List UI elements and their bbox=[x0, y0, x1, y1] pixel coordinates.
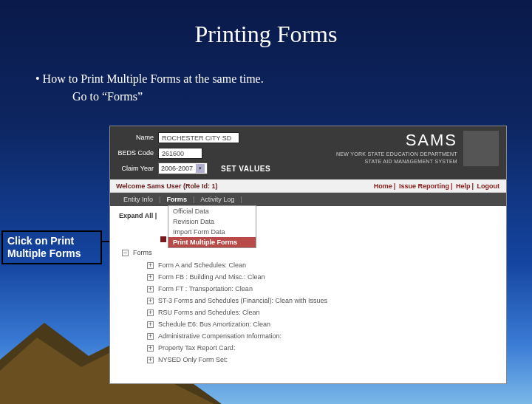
plus-icon[interactable]: + bbox=[147, 345, 154, 352]
set-values-button[interactable]: SET VALUES bbox=[221, 165, 270, 173]
list-item-label: Administrative Compensation Information: bbox=[158, 332, 282, 340]
list-item[interactable]: +Form FT : Transportation: Clean bbox=[147, 283, 499, 295]
forms-root-label: −Forms bbox=[122, 249, 499, 256]
header-fields: Name ROCHESTER CITY SD BEDS Code 261600 … bbox=[110, 126, 280, 179]
list-item[interactable]: +Schedule E6: Bus Amortization: Clean bbox=[147, 318, 499, 330]
list-item-label: Form FT : Transportation: Clean bbox=[158, 285, 253, 292]
slide-title: Printing Forms bbox=[0, 0, 532, 48]
menu-revision-data[interactable]: Revision Data bbox=[168, 216, 256, 227]
link-logout[interactable]: Logout bbox=[477, 182, 500, 190]
list-item-label: Form FB : Building And Misc.: Clean bbox=[158, 273, 265, 281]
menu-print-multiple-forms[interactable]: Print Multiple Forms bbox=[168, 237, 256, 247]
beds-label: BEDS Code bbox=[117, 149, 158, 157]
list-item[interactable]: +NYSED Only Form Set: bbox=[147, 354, 499, 366]
welcome-links: Home| Issue Reporting| Help| Logout bbox=[373, 182, 500, 190]
bullet-block: • How to Print Multiple Forms at the sam… bbox=[35, 70, 532, 106]
highlight-marker bbox=[160, 236, 166, 242]
list-item-label: Property Tax Report Card: bbox=[158, 344, 235, 352]
tab-activity-log[interactable]: Activity Log bbox=[194, 196, 240, 203]
name-label: Name bbox=[117, 134, 158, 141]
brand-title: SAMS bbox=[284, 131, 457, 150]
brand-image bbox=[463, 131, 499, 166]
list-item-label: Form A and Schedules: Clean bbox=[158, 261, 246, 269]
list-item-label: Schedule E6: Bus Amortization: Clean bbox=[158, 321, 270, 328]
plus-icon[interactable]: + bbox=[147, 309, 154, 316]
forms-dropdown: Official Data Revision Data Import Form … bbox=[168, 205, 256, 248]
list-item-label: ST-3 Forms and Schedules (Financial): Cl… bbox=[158, 297, 327, 304]
tabs-bar: Entity Info | Forms | Activity Log | bbox=[110, 193, 506, 206]
list-item[interactable]: +Administrative Compensation Information… bbox=[147, 330, 499, 342]
plus-icon[interactable]: + bbox=[147, 333, 154, 340]
welcome-bar: Welcome Sams User (Role Id: 1) Home| Iss… bbox=[110, 179, 506, 193]
plus-icon[interactable]: + bbox=[147, 298, 154, 304]
link-home[interactable]: Home bbox=[374, 182, 392, 190]
callout-box: Click on Print Multiple Forms bbox=[1, 230, 102, 264]
year-label: Claim Year bbox=[117, 165, 158, 172]
tab-entity-info[interactable]: Entity Info bbox=[117, 196, 159, 203]
brand-sub2: STATE AID MANAGEMENT SYSTEM bbox=[284, 159, 457, 165]
list-item[interactable]: +Property Tax Report Card: bbox=[147, 342, 499, 354]
name-input[interactable]: ROCHESTER CITY SD bbox=[158, 132, 239, 143]
plus-icon[interactable]: + bbox=[147, 321, 154, 328]
link-issue[interactable]: Issue Reporting bbox=[399, 182, 449, 190]
app-header: Name ROCHESTER CITY SD BEDS Code 261600 … bbox=[110, 126, 506, 179]
list-item[interactable]: +Form A and Schedules: Clean bbox=[147, 259, 499, 271]
menu-official-data[interactable]: Official Data bbox=[168, 206, 256, 216]
menu-import-form-data[interactable]: Import Form Data bbox=[168, 227, 256, 237]
link-help[interactable]: Help bbox=[456, 182, 471, 190]
list-item[interactable]: +ST-3 Forms and Schedules (Financial): C… bbox=[147, 295, 499, 307]
beds-input[interactable]: 261600 bbox=[158, 148, 202, 159]
plus-icon[interactable]: + bbox=[147, 357, 154, 363]
year-select[interactable]: 2006-2007 ▾ bbox=[158, 162, 208, 174]
list-item[interactable]: +Form FB : Building And Misc.: Clean bbox=[147, 271, 499, 283]
chevron-down-icon: ▾ bbox=[196, 164, 205, 173]
plus-icon[interactable]: + bbox=[147, 262, 154, 269]
brand-area: SAMS NEW YORK STATE EDUCATION DEPARTMENT… bbox=[284, 131, 499, 165]
minus-icon[interactable]: − bbox=[122, 250, 129, 256]
tab-forms[interactable]: Forms bbox=[160, 196, 193, 203]
app-screenshot: Name ROCHESTER CITY SD BEDS Code 261600 … bbox=[109, 126, 507, 384]
plus-icon[interactable]: + bbox=[147, 274, 154, 281]
list-item[interactable]: +RSU Forms and Schedules: Clean bbox=[147, 307, 499, 318]
list-item-label: NYSED Only Form Set: bbox=[158, 356, 228, 363]
bullet-line-1: • How to Print Multiple Forms at the sam… bbox=[35, 70, 532, 88]
form-list: +Form A and Schedules: Clean+Form FB : B… bbox=[147, 259, 499, 366]
plus-icon[interactable]: + bbox=[147, 286, 154, 292]
list-item-label: RSU Forms and Schedules: Clean bbox=[158, 309, 260, 316]
bullet-line-2: Go to “Forms” bbox=[72, 88, 532, 106]
brand-sub1: NEW YORK STATE EDUCATION DEPARTMENT bbox=[284, 151, 457, 157]
welcome-text: Welcome Sams User (Role Id: 1) bbox=[116, 182, 217, 190]
year-value: 2006-2007 bbox=[161, 165, 193, 172]
